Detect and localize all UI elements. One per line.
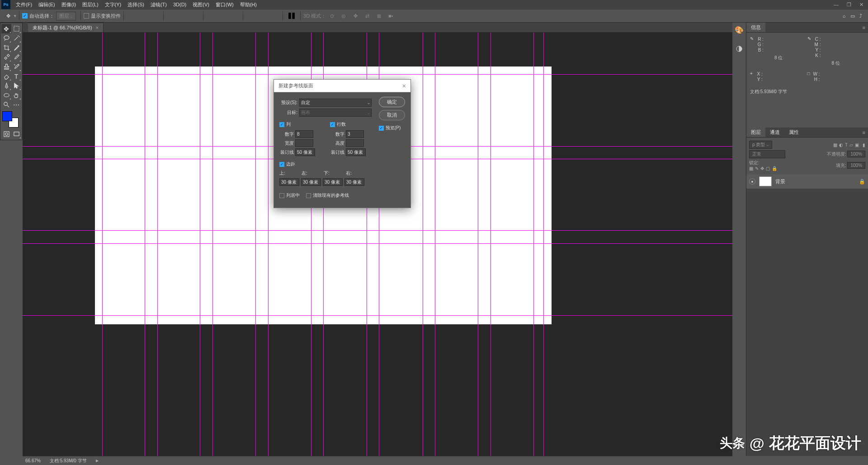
move-tool[interactable]: ✥ — [1, 24, 11, 33]
margin-right-input[interactable] — [344, 178, 364, 186]
3d-zoom-icon[interactable]: ⊞ — [374, 11, 384, 21]
3d-roll-icon[interactable]: ◎ — [339, 11, 349, 21]
dist-left-icon[interactable] — [245, 11, 255, 21]
healing-tool[interactable] — [1, 52, 11, 62]
clear-guides-checkbox[interactable]: 清除现有的参考线 — [306, 192, 349, 199]
zoom-level[interactable]: 66.67% — [25, 458, 41, 463]
align-vcenter-icon[interactable] — [139, 11, 149, 21]
center-columns-checkbox[interactable]: 列居中 — [279, 192, 300, 199]
history-brush-tool[interactable] — [11, 62, 21, 71]
color-swatches[interactable] — [2, 111, 19, 128]
dist-top-icon[interactable] — [207, 11, 217, 21]
auto-select-checkbox[interactable]: ✓ — [22, 13, 28, 19]
lock-artboard-icon[interactable]: ▢ — [766, 166, 770, 171]
filter-shape-icon[interactable]: ▱ — [849, 142, 853, 147]
channels-tab[interactable]: 通道 — [765, 128, 784, 137]
marquee-tool[interactable] — [11, 24, 21, 33]
eyedropper-tool[interactable] — [11, 43, 21, 52]
share-icon[interactable]: ⤴ — [859, 13, 862, 19]
zoom-tool[interactable] — [1, 100, 11, 109]
info-panel-tab[interactable]: 信息 — [746, 23, 765, 32]
panel-menu-icon[interactable]: ≡ — [860, 25, 868, 30]
dist-right-icon[interactable] — [269, 11, 279, 21]
3d-camera-icon[interactable]: ■• — [386, 11, 396, 21]
fill-input[interactable]: 100% — [847, 162, 865, 169]
align-left-icon[interactable] — [166, 11, 176, 21]
stamp-tool[interactable] — [1, 62, 11, 71]
magic-wand-tool[interactable] — [11, 33, 21, 43]
screenmode-tool[interactable] — [11, 129, 21, 139]
brush-tool[interactable] — [11, 52, 21, 62]
window-minimize-icon[interactable]: — — [834, 2, 839, 8]
dist-hcenter-icon[interactable] — [257, 11, 267, 21]
lock-transparency-icon[interactable]: ▦ — [749, 166, 753, 171]
window-close-icon[interactable]: ✕ — [859, 2, 863, 8]
auto-align-icon[interactable] — [287, 11, 297, 21]
margin-bottom-input[interactable] — [323, 178, 343, 186]
adjustments-panel-icon[interactable] — [734, 44, 744, 54]
foreground-color[interactable] — [2, 111, 12, 121]
menu-layer[interactable]: 图层(L) — [79, 1, 101, 8]
doc-info[interactable]: 文档:5.93M/0 字节 — [50, 458, 87, 464]
dist-vcenter-icon[interactable] — [219, 11, 229, 21]
margin-checkbox[interactable]: ✓边距 — [279, 161, 374, 167]
ok-button[interactable]: 确定 — [379, 97, 405, 107]
window-maximize-icon[interactable]: ❐ — [847, 2, 851, 8]
align-hcenter-icon[interactable] — [178, 11, 188, 21]
layer-item-background[interactable]: ● 背景 🔒 — [746, 174, 868, 189]
align-top-icon[interactable] — [127, 11, 137, 21]
dialog-close-icon[interactable]: × — [402, 82, 406, 90]
menu-help[interactable]: 帮助(H) — [237, 1, 260, 8]
ellipse-tool[interactable] — [1, 90, 11, 100]
visibility-icon[interactable]: ● — [749, 178, 755, 185]
menu-type[interactable]: 文字(Y) — [102, 1, 125, 8]
align-bottom-icon[interactable] — [151, 11, 161, 21]
rows-height-input[interactable] — [346, 139, 364, 147]
type-tool[interactable]: T — [11, 71, 21, 81]
edit-toolbar[interactable]: ⋯ — [11, 100, 21, 109]
opacity-input[interactable]: 100% — [847, 151, 865, 157]
lock-icon[interactable]: 🔒 — [859, 179, 865, 185]
preview-checkbox[interactable]: ✓预览(P) — [379, 125, 405, 131]
properties-tab[interactable]: 属性 — [784, 128, 803, 137]
lock-all-icon[interactable]: 🔒 — [772, 166, 777, 171]
lasso-tool[interactable] — [1, 33, 11, 43]
3d-pan-icon[interactable]: ✥ — [350, 11, 360, 21]
auto-select-dropdown[interactable]: 图层 ⌵ — [56, 12, 76, 20]
lock-position-icon[interactable]: ✥ — [760, 166, 764, 171]
3d-slide-icon[interactable]: ⇄ — [362, 11, 372, 21]
quickmask-tool[interactable] — [1, 129, 11, 139]
columns-width-input[interactable] — [295, 139, 313, 147]
columns-checkbox[interactable]: ✓列 — [279, 121, 324, 128]
document-tab[interactable]: 未标题-1 @ 66.7%(RGB/8) × — [28, 23, 104, 32]
search-icon[interactable]: ⌕ — [843, 13, 846, 19]
menu-select[interactable]: 选择(S) — [124, 1, 147, 8]
layers-tab[interactable]: 图层 — [746, 128, 765, 137]
menu-image[interactable]: 图像(I) — [58, 1, 79, 8]
filter-pixel-icon[interactable]: ▦ — [833, 142, 837, 147]
margin-top-input[interactable] — [279, 178, 299, 186]
path-select-tool[interactable] — [11, 81, 21, 90]
menu-window[interactable]: 窗口(W) — [212, 1, 237, 8]
rows-gutter-input[interactable] — [346, 148, 366, 156]
workspace-icon[interactable]: ▭ — [850, 13, 855, 19]
3d-orbit-icon[interactable]: ⊙ — [327, 11, 337, 21]
blend-mode-dropdown[interactable]: 正常 — [749, 150, 785, 158]
color-panel-icon[interactable]: 🎨 — [734, 25, 744, 35]
pen-tool[interactable] — [1, 81, 11, 90]
rows-count-input[interactable] — [346, 130, 364, 138]
layer-thumbnail[interactable] — [759, 176, 772, 186]
menu-filter[interactable]: 滤镜(T) — [147, 1, 170, 8]
layer-filter-dropdown[interactable]: ρ 类型 ⌵ — [749, 141, 772, 149]
rows-checkbox[interactable]: ✓行数 — [330, 121, 374, 128]
crop-tool[interactable] — [1, 43, 11, 52]
menu-edit[interactable]: 编辑(E) — [35, 1, 58, 8]
columns-gutter-input[interactable] — [295, 148, 315, 156]
filter-smart-icon[interactable]: ▣ — [855, 142, 859, 147]
dist-bottom-icon[interactable] — [231, 11, 241, 21]
filter-adjust-icon[interactable]: ◐ — [839, 142, 843, 147]
cancel-button[interactable]: 取消 — [379, 110, 405, 120]
filter-toggle-icon[interactable]: ▮ — [863, 142, 865, 147]
panel-menu-icon[interactable]: ≡ — [860, 130, 868, 135]
eraser-tool[interactable] — [1, 71, 11, 81]
